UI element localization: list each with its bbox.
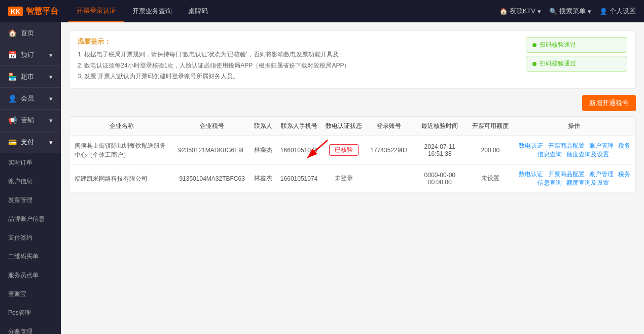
- venue-selector[interactable]: 🏠 夜歌KTV ▾: [499, 7, 541, 16]
- chevron-booking: ▾: [49, 51, 53, 59]
- action-account-mgmt-2[interactable]: 账户管理: [589, 171, 614, 178]
- tab-invoice-login[interactable]: 开票登录认证: [68, 0, 124, 22]
- td-login-account-2: [366, 164, 411, 192]
- app-logo: KK 智慧平台: [8, 6, 58, 17]
- th-verify-time: 最近核验时间: [412, 117, 468, 136]
- top-tabs: 开票登录认证 开票业务查询 桌牌码: [68, 0, 499, 22]
- search-icon: 🔍: [549, 8, 557, 15]
- table-row: 闽侯县上街镇际加圳餐饮配送服务中心（个体工商户） 92350121MADK8G6…: [69, 136, 635, 164]
- sidebar-sub-payment-agreement[interactable]: 支付签约: [0, 228, 61, 247]
- chevron-payment: ▾: [49, 139, 53, 146]
- sidebar-item-booking[interactable]: 📅 预订 ▾: [0, 44, 61, 66]
- scan-dot-2: [532, 62, 536, 66]
- chevron-member: ▾: [49, 95, 53, 103]
- personal-settings[interactable]: 👤 个人设置: [599, 7, 636, 16]
- td-auth-status-1: 已核验: [321, 136, 366, 164]
- td-tax-no-1: 92350121MADK8G6E9E: [174, 136, 249, 164]
- venue-name: 夜歌KTV: [510, 7, 535, 16]
- sidebar-home-label: 首页: [21, 28, 34, 38]
- sidebar-item-marketing[interactable]: 📢 营销 ▾: [0, 110, 61, 131]
- td-quota-1: 200.00: [468, 136, 513, 164]
- td-company-1: 闽侯县上街镇际加圳餐饮配送服务中心（个体工商户）: [69, 136, 174, 164]
- td-verify-time-1: 2024-07-11 16:51:38: [412, 136, 468, 164]
- sidebar: 🏠 首页 📅 预订 ▾ 🏪 超市 ▾ 👤 会员 ▾: [0, 22, 61, 334]
- sidebar-member-label: 会员: [21, 94, 34, 103]
- warning-right: 扫码核验通过 扫码核验通过: [526, 37, 627, 82]
- top-right: 🏠 夜歌KTV ▾ 🔍 搜索菜单 ▾ 👤 个人设置: [499, 7, 636, 16]
- chevron-icon2: ▾: [588, 8, 591, 15]
- user-icon: 👤: [599, 8, 607, 15]
- personal-settings-label: 个人设置: [610, 7, 636, 16]
- sidebar-group-home: 🏠 首页: [0, 22, 61, 44]
- main-content: 温馨提示： 1. 根据电子税局开票规则，请保持每日'数电认证'状态为'已核验'，…: [61, 22, 644, 334]
- sidebar-sub-account-info[interactable]: 账户信息: [0, 172, 61, 191]
- action-goods-config-2[interactable]: 开票商品配置: [548, 171, 585, 178]
- auth-unlogged-text: 未登录: [335, 175, 353, 182]
- td-tax-no-2: 91350104MA32TBFC63: [174, 164, 249, 192]
- th-actions: 操作: [513, 117, 635, 136]
- tab-desk-code[interactable]: 桌牌码: [180, 0, 216, 22]
- th-auth-status: 数电认证状态: [321, 117, 366, 136]
- td-actions-2: 数电认证 开票商品配置 账户管理 税务信息查询 额度查询及设置: [513, 164, 635, 192]
- th-company: 企业名称: [69, 117, 174, 136]
- invoice-data-table: 企业名称 企业税号 联系人 联系人手机号 数电认证状态 登录账号 最近核验时间 …: [69, 117, 635, 193]
- sidebar-sub-invoice-mgmt[interactable]: 发票管理: [0, 191, 61, 210]
- scan-badge-1: 扫码核验通过: [526, 37, 627, 53]
- chevron-marketing: ▾: [49, 117, 53, 124]
- td-login-account-1: 17743522983: [366, 136, 411, 164]
- home-icon: 🏠: [499, 8, 508, 15]
- td-verify-time-2: 0000-00-00 00:00:00: [412, 164, 468, 192]
- sidebar-item-payment[interactable]: 💳 支付 ▾: [0, 131, 61, 153]
- sidebar-sub-brand-account[interactable]: 品牌账户信息: [0, 210, 61, 228]
- sidebar-sub-split-account[interactable]: 分账管理: [0, 322, 61, 334]
- scan-badge-1-label: 扫码核验通过: [540, 41, 576, 49]
- warning-item-3: 3. 发票'开票人'默认为开票码创建时登录账号所属财务人员。: [78, 71, 518, 82]
- action-digital-auth-1[interactable]: 数电认证: [519, 142, 543, 149]
- sidebar-sub-account-check[interactable]: 查账宝: [0, 285, 61, 304]
- warning-item-2: 2. 数电认证须每24小时登录核验1次，人脸认证必须使用税局APP（根据归属省份…: [78, 60, 518, 72]
- table-header-row: 企业名称 企业税号 联系人 联系人手机号 数电认证状态 登录账号 最近核验时间 …: [69, 117, 635, 136]
- th-tax-no: 企业税号: [174, 117, 249, 136]
- td-quota-2: 未设置: [468, 164, 513, 192]
- action-goods-config-1[interactable]: 开票商品配置: [548, 142, 585, 149]
- tab-invoice-query[interactable]: 开票业务查询: [124, 0, 180, 22]
- search-menu[interactable]: 🔍 搜索菜单 ▾: [549, 7, 591, 16]
- action-quota-1[interactable]: 额度查询及设置: [566, 151, 609, 158]
- th-quota: 开票可用额度: [468, 117, 513, 136]
- scan-badge-2-label: 扫码核验通过: [540, 59, 576, 68]
- scan-dot-1: [532, 43, 536, 47]
- td-contact-1: 林鑫杰: [250, 136, 276, 164]
- payment-icon: 💳: [8, 138, 17, 146]
- marketing-icon: 📢: [8, 116, 17, 124]
- sidebar-item-member[interactable]: 👤 会员 ▾: [0, 88, 61, 110]
- search-menu-label: 搜索菜单: [559, 7, 586, 16]
- td-contact-2: 林鑫杰: [250, 164, 276, 192]
- warning-title: 温馨提示：: [78, 37, 518, 46]
- action-quota-2[interactable]: 额度查询及设置: [566, 179, 609, 186]
- sidebar-sub-pos-mgmt[interactable]: Pos管理: [0, 304, 61, 322]
- logo-kk-badge: KK: [8, 7, 23, 16]
- th-login-account: 登录账号: [366, 117, 411, 136]
- sidebar-item-market[interactable]: 🏪 超市 ▾: [0, 66, 61, 88]
- action-account-mgmt-1[interactable]: 账户管理: [589, 142, 614, 149]
- sidebar-item-home[interactable]: 🏠 首页: [0, 22, 61, 44]
- sidebar-sub-qrcode-order[interactable]: 二维码买单: [0, 247, 61, 266]
- sidebar-group-payment: 💳 支付 ▾ 实时订单 账户信息 发票管理 品牌账户信息 支付签约 二维码买单 …: [0, 131, 61, 334]
- member-icon: 👤: [8, 94, 17, 103]
- sidebar-group-marketing: 📢 营销 ▾: [0, 110, 61, 131]
- toolbar: 新增开通税号: [69, 95, 636, 111]
- td-company-2: 福建凯米网络科技有限公司: [69, 164, 174, 192]
- warning-box: 温馨提示： 1. 根据电子税局开票规则，请保持每日'数电认证'状态为'已核验'，…: [69, 30, 636, 89]
- th-phone: 联系人手机号: [276, 117, 321, 136]
- invoice-table: 企业名称 企业税号 联系人 联系人手机号 数电认证状态 登录账号 最近核验时间 …: [69, 116, 636, 193]
- home-icon: 🏠: [8, 29, 17, 37]
- market-icon: 🏪: [8, 73, 17, 81]
- chevron-icon: ▾: [538, 8, 541, 15]
- sidebar-sub-waiter-order[interactable]: 服务员点单: [0, 266, 61, 285]
- sidebar-sub-realtime-order[interactable]: 实时订单: [0, 153, 61, 172]
- action-digital-auth-2[interactable]: 数电认证: [519, 171, 543, 178]
- sidebar-booking-label: 预订: [21, 50, 34, 59]
- new-tax-button[interactable]: 新增开通税号: [582, 95, 636, 111]
- sidebar-marketing-label: 营销: [21, 116, 34, 125]
- auth-verified-badge: 已核验: [329, 144, 359, 156]
